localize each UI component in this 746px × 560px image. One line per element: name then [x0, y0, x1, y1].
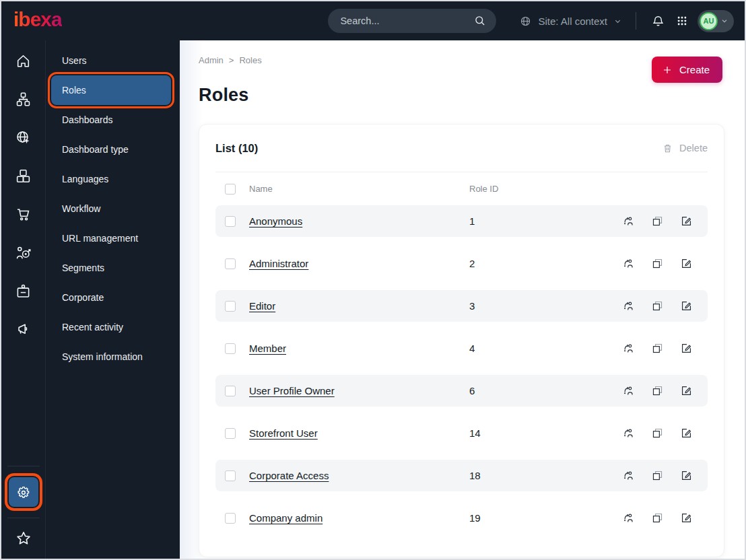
create-button[interactable]: Create — [652, 57, 722, 83]
row-checkbox[interactable] — [225, 470, 236, 481]
role-name-link[interactable]: Corporate Access — [249, 470, 469, 481]
role-name-link[interactable]: Member — [249, 343, 469, 354]
assign-users-icon — [622, 300, 635, 312]
assign-users-button[interactable] — [622, 342, 635, 355]
edit-role-button[interactable] — [680, 427, 693, 440]
assign-users-button[interactable] — [622, 257, 635, 270]
sidebar-menu-item[interactable]: Workflow — [51, 194, 170, 223]
role-name-link[interactable]: Administrator — [249, 258, 469, 269]
rail-item-commerce[interactable] — [10, 201, 37, 228]
breadcrumb-item-roles[interactable]: Roles — [239, 55, 261, 65]
sidebar-menu-item[interactable]: Languages — [51, 164, 170, 194]
copy-role-button[interactable] — [651, 257, 664, 270]
row-checkbox[interactable] — [225, 216, 236, 227]
table-body: Anonymous 1 Administrator 2 — [215, 205, 708, 534]
sidebar-menu-item[interactable]: Segments — [51, 253, 170, 283]
assign-users-icon — [622, 342, 635, 355]
rail-item-site[interactable] — [10, 124, 37, 151]
sidebar-menu-item[interactable]: Roles — [51, 75, 171, 105]
site-context-selector[interactable]: Site: All context — [519, 15, 622, 28]
column-header-role-id: Role ID — [469, 184, 702, 194]
copy-role-button[interactable] — [651, 512, 664, 524]
role-name-link[interactable]: Anonymous — [249, 215, 469, 227]
row-checkbox[interactable] — [225, 258, 236, 269]
rail-divider — [7, 466, 40, 466]
edit-icon — [680, 427, 693, 440]
copy-icon — [651, 469, 664, 482]
copy-role-button[interactable] — [651, 300, 664, 312]
icon-sidebar — [1, 40, 46, 559]
site-context-label: Site: All context — [538, 15, 607, 27]
chevron-down-icon — [720, 17, 728, 25]
sidebar-menu-item[interactable]: Dashboard type — [51, 135, 170, 164]
copy-role-button[interactable] — [651, 384, 664, 397]
ibexa-logo[interactable]: ibexa — [13, 9, 62, 32]
rail-item-marketing[interactable] — [10, 316, 37, 343]
copy-icon — [651, 215, 664, 228]
role-name-link[interactable]: Company admin — [249, 512, 469, 524]
row-actions — [622, 342, 702, 355]
rail-divider — [7, 518, 40, 518]
row-checkbox[interactable] — [225, 513, 236, 524]
assign-users-button[interactable] — [622, 427, 635, 440]
role-id-value: 18 — [469, 470, 622, 481]
row-checkbox[interactable] — [225, 428, 236, 439]
copy-role-button[interactable] — [651, 427, 664, 440]
marketing-megaphone-icon — [15, 321, 32, 338]
delete-button[interactable]: Delete — [662, 143, 708, 154]
row-checkbox[interactable] — [225, 386, 236, 396]
sidebar-menu-item[interactable]: Recent activity — [51, 312, 170, 342]
assign-users-button[interactable] — [622, 384, 635, 397]
copy-role-button[interactable] — [651, 469, 664, 482]
table-row: Member 4 — [215, 332, 708, 364]
edit-role-button[interactable] — [680, 257, 693, 270]
topbar-divider — [636, 12, 636, 30]
row-actions — [622, 469, 702, 482]
global-search[interactable] — [328, 9, 496, 33]
assign-users-icon — [622, 384, 635, 397]
edit-role-button[interactable] — [680, 469, 693, 482]
assign-users-button[interactable] — [622, 512, 635, 524]
rail-item-admin-settings[interactable] — [9, 477, 38, 507]
search-input[interactable] — [340, 15, 473, 26]
assign-users-button[interactable] — [622, 300, 635, 312]
role-id-value: 4 — [469, 343, 622, 354]
edit-role-button[interactable] — [680, 342, 693, 355]
table-row: Anonymous 1 — [215, 205, 708, 237]
role-name-link[interactable]: Editor — [249, 300, 469, 312]
role-name-link[interactable]: User Profile Owner — [249, 385, 469, 396]
topbar: ibexa Site: All context AU — [1, 1, 745, 40]
star-icon — [15, 530, 32, 547]
select-all-checkbox[interactable] — [225, 184, 236, 195]
row-checkbox[interactable] — [225, 301, 236, 312]
assign-users-button[interactable] — [622, 469, 635, 482]
edit-role-button[interactable] — [680, 300, 693, 312]
rail-item-home[interactable] — [10, 47, 37, 74]
row-checkbox[interactable] — [225, 343, 236, 354]
role-name-link[interactable]: Storefront User — [249, 427, 469, 439]
sidebar-menu-item-label: Dashboards — [62, 114, 113, 125]
edit-role-button[interactable] — [680, 384, 693, 397]
sidebar-menu-item[interactable]: URL management — [51, 223, 170, 253]
sidebar-menu-item[interactable]: Dashboards — [51, 105, 170, 135]
notifications-button[interactable] — [648, 11, 668, 31]
app-shell: Users Roles Dashboards Dashboard type La… — [1, 40, 745, 559]
edit-role-button[interactable] — [680, 215, 693, 228]
copy-role-button[interactable] — [651, 215, 664, 228]
admin-menu-panel: Users Roles Dashboards Dashboard type La… — [46, 40, 180, 559]
sidebar-menu-item[interactable]: Users — [51, 46, 170, 75]
rail-item-personalization[interactable] — [10, 239, 37, 266]
sidebar-menu-item[interactable]: System information — [51, 342, 170, 372]
rail-item-products[interactable] — [10, 162, 37, 189]
assign-users-button[interactable] — [622, 215, 635, 228]
copy-role-button[interactable] — [651, 342, 664, 355]
rail-item-content-structure[interactable] — [10, 85, 37, 112]
sidebar-menu-item-label: Roles — [62, 85, 86, 96]
user-menu[interactable]: AU — [698, 10, 734, 32]
sidebar-menu-item[interactable]: Corporate — [51, 283, 170, 312]
rail-item-bookmarks[interactable] — [10, 525, 37, 552]
breadcrumb-item-admin[interactable]: Admin — [199, 55, 224, 65]
edit-role-button[interactable] — [680, 512, 693, 524]
app-switcher-button[interactable] — [673, 12, 691, 30]
rail-item-customer-portal[interactable] — [10, 277, 37, 304]
